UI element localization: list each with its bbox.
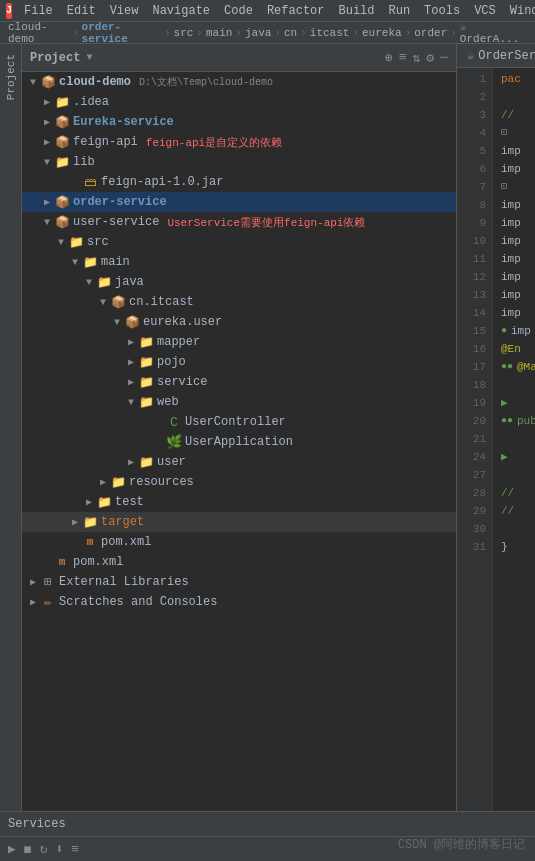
label-service: service (157, 375, 207, 389)
breadcrumb-cloud-demo[interactable]: cloud-demo (8, 21, 69, 45)
tree-item-user-service[interactable]: ▼ 📦 user-service UserService需要使用feign-ap… (22, 212, 456, 232)
services-label[interactable]: Services (8, 817, 66, 831)
tree-item-src[interactable]: ▼ 📁 src (22, 232, 456, 252)
tree-item-resources[interactable]: ▶ 📁 resources (22, 472, 456, 492)
arrow-user-service: ▼ (40, 217, 54, 228)
bottom-icon-refresh[interactable]: ↻ (40, 841, 48, 857)
code-line-24: ▶ (501, 448, 535, 466)
panel-icon-settings[interactable]: ⚙ (426, 50, 434, 66)
menu-build[interactable]: Build (332, 2, 380, 20)
tree-item-mapper[interactable]: ▶ 📁 mapper (22, 332, 456, 352)
panel-title: Project (30, 51, 80, 65)
annotation-user-service: UserService需要使用feign-api依赖 (167, 215, 365, 230)
tree-item-cn-itcast[interactable]: ▼ 📦 cn.itcast (22, 292, 456, 312)
arrow-scratches: ▶ (26, 596, 40, 608)
menu-view[interactable]: View (104, 2, 145, 20)
arrow-test: ▶ (82, 496, 96, 508)
code-line-16: @En (501, 340, 535, 358)
code-line-30 (501, 520, 535, 538)
tree-item-order-service[interactable]: ▶ 📦 order-service (22, 192, 456, 212)
tree-item-cloud-demo[interactable]: ▼ 📦 cloud-demo D:\文档\Temp\cloud-demo (22, 72, 456, 92)
panel-icon-minimize[interactable]: ─ (440, 50, 448, 65)
breadcrumb-src[interactable]: src (174, 27, 194, 39)
breadcrumb-cn[interactable]: cn (284, 27, 297, 39)
icon-module-eureka: 📦 (54, 114, 70, 130)
tree-item-jar[interactable]: 🗃 feign-api-1.0.jar (22, 172, 456, 192)
tree-item-eureka-service[interactable]: ▶ 📦 Eureka-service (22, 112, 456, 132)
tree-item-pojo[interactable]: ▶ 📁 pojo (22, 352, 456, 372)
tree-item-web[interactable]: ▼ 📁 web (22, 392, 456, 412)
breadcrumb-eureka[interactable]: eureka (362, 27, 402, 39)
breadcrumb-order[interactable]: order (414, 27, 447, 39)
code-line-2 (501, 88, 535, 106)
menu-vcs[interactable]: VCS (468, 2, 502, 20)
tree-item-pom-root[interactable]: m pom.xml (22, 552, 456, 572)
menu-edit[interactable]: Edit (61, 2, 102, 20)
bottom-icon-menu[interactable]: ≡ (71, 842, 79, 857)
icon-class-user-controller: C (166, 414, 182, 430)
breadcrumb-order-service[interactable]: order-service (82, 21, 161, 45)
label-feign-api: feign-api (73, 135, 138, 149)
panel-dropdown-arrow[interactable]: ▼ (86, 52, 92, 63)
menu-navigate[interactable]: Navigate (146, 2, 216, 20)
label-eureka-service: Eureka-service (73, 115, 174, 129)
icon-xml-pom-user: m (82, 534, 98, 550)
code-line-14: imp (501, 304, 535, 322)
arrow-target: ▶ (68, 516, 82, 528)
code-line-17: ●●@Ma (501, 358, 535, 376)
menu-file[interactable]: File (18, 2, 59, 20)
bottom-icon-down[interactable]: ⬇ (55, 841, 63, 857)
arrow-cloud-demo: ▼ (26, 77, 40, 88)
code-line-4: ⊡ (501, 124, 535, 142)
label-jar: feign-api-1.0.jar (101, 175, 223, 189)
tree-item-ext-libs[interactable]: ▶ ⊞ External Libraries (22, 572, 456, 592)
editor-tab[interactable]: ☕ OrderService (457, 44, 535, 68)
arrow-order-service: ▶ (40, 196, 54, 208)
menu-refactor[interactable]: Refactor (261, 2, 331, 20)
bottom-icon-play[interactable]: ▶ (8, 841, 16, 857)
label-ext-libs: External Libraries (59, 575, 189, 589)
menu-tools[interactable]: Tools (418, 2, 466, 20)
code-content[interactable]: pac // ⊡ imp imp ⊡ imp imp imp imp imp i… (493, 68, 535, 811)
breadcrumb-file[interactable]: ☕ OrderA... (460, 20, 527, 45)
panel-icon-globe[interactable]: ⊕ (385, 50, 393, 66)
arrow-cn-itcast: ▼ (96, 297, 110, 308)
arrow-main: ▼ (68, 257, 82, 268)
panel-icon-list[interactable]: ≡ (399, 50, 407, 65)
breadcrumb-itcast[interactable]: itcast (310, 27, 350, 39)
tree-item-pom-user[interactable]: m pom.xml (22, 532, 456, 552)
menu-run[interactable]: Run (383, 2, 417, 20)
tree-item-user-controller[interactable]: C UserController (22, 412, 456, 432)
arrow-service: ▶ (124, 376, 138, 388)
panel-icon-sort[interactable]: ⇅ (413, 50, 421, 66)
code-line-15: ●imp (501, 322, 535, 340)
tree-item-user[interactable]: ▶ 📁 user (22, 452, 456, 472)
tree-item-eureka-user[interactable]: ▼ 📦 eureka.user (22, 312, 456, 332)
breadcrumb-main[interactable]: main (206, 27, 232, 39)
tree-item-target[interactable]: ▶ 📁 target (22, 512, 456, 532)
breadcrumb-java[interactable]: java (245, 27, 271, 39)
icon-xml-pom-root: m (54, 554, 70, 570)
tree-item-feign-api[interactable]: ▶ 📦 feign-api feign-api是自定义的依赖 (22, 132, 456, 152)
tree-item-test[interactable]: ▶ 📁 test (22, 492, 456, 512)
tree-item-main[interactable]: ▼ 📁 main (22, 252, 456, 272)
menu-window[interactable]: Window (504, 2, 535, 20)
label-cn-itcast: cn.itcast (129, 295, 194, 309)
tree-item-user-application[interactable]: 🌿 UserApplication (22, 432, 456, 452)
icon-folder-src: 📁 (68, 234, 84, 250)
menu-code[interactable]: Code (218, 2, 259, 20)
tree-item-service[interactable]: ▶ 📁 service (22, 372, 456, 392)
arrow-lib: ▼ (40, 157, 54, 168)
panel-icons: ⊕ ≡ ⇅ ⚙ ─ (385, 50, 448, 66)
code-line-9: imp (501, 214, 535, 232)
icon-folder-resources: 📁 (110, 474, 126, 490)
tree-item-scratches[interactable]: ▶ ✏ Scratches and Consoles (22, 592, 456, 612)
label-lib: lib (73, 155, 95, 169)
tree-item-lib[interactable]: ▼ 📁 lib (22, 152, 456, 172)
tree-item-java[interactable]: ▼ 📁 java (22, 272, 456, 292)
project-tab-label[interactable]: Project (2, 48, 20, 106)
bottom-icon-stop[interactable]: ◼ (24, 841, 32, 857)
arrow-idea: ▶ (40, 96, 54, 108)
tree-item-idea[interactable]: ▶ 📁 .idea (22, 92, 456, 112)
icon-folder-mapper: 📁 (138, 334, 154, 350)
